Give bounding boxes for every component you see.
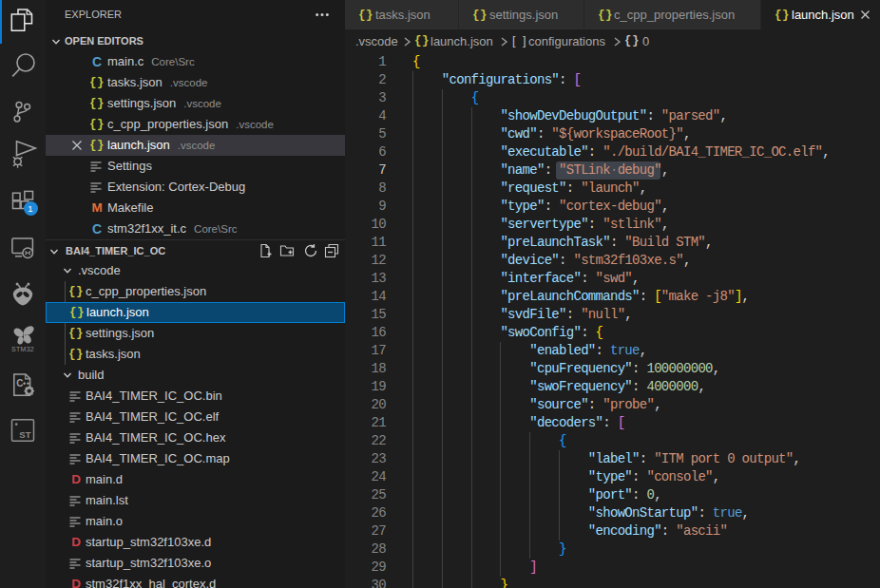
svg-text:ST: ST: [19, 429, 30, 440]
svg-text:C: C: [16, 378, 23, 389]
